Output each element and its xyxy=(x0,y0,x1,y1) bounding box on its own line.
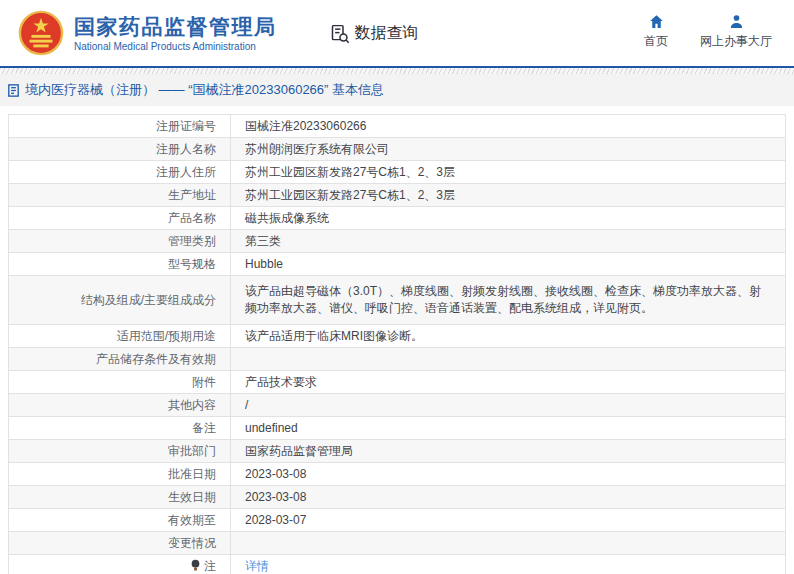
table-row: 结构及组成/主要组成成分 该产品由超导磁体（3.0T）、梯度线圈、射频发射线圈、… xyxy=(9,276,786,325)
table-row: 管理类别 第三类 xyxy=(9,230,786,253)
nav-item-home[interactable]: 首页 xyxy=(644,13,668,50)
user-icon xyxy=(728,13,745,30)
table-row: 适用范围/预期用途 该产品适用于临床MRI图像诊断。 xyxy=(9,325,786,348)
row-label: 结构及组成/主要组成成分 xyxy=(9,276,231,325)
table-row: 生产地址 苏州工业园区新发路27号C栋1、2、3层 xyxy=(9,184,786,207)
row-value xyxy=(231,532,786,555)
row-label: 产品名称 xyxy=(9,207,231,230)
row-value: 产品技术要求 xyxy=(231,371,786,394)
table-row: 注 详情 xyxy=(9,555,786,574)
row-value: 该产品适用于临床MRI图像诊断。 xyxy=(231,325,786,348)
row-label: 产品储存条件及有效期 xyxy=(9,348,231,371)
row-label: 注册证编号 xyxy=(9,115,231,138)
row-label: 生效日期 xyxy=(9,486,231,509)
row-label: 备注 xyxy=(9,417,231,440)
row-value: 2028-03-07 xyxy=(231,509,786,532)
row-label: 型号规格 xyxy=(9,253,231,276)
row-value: 详情 xyxy=(231,555,786,574)
table-row: 产品储存条件及有效期 xyxy=(9,348,786,371)
table-row: 生效日期 2023-03-08 xyxy=(9,486,786,509)
breadcrumb-text: 境内医疗器械（注册） —— “国械注准20233060266” 基本信息 xyxy=(25,81,384,99)
row-value: undefined xyxy=(231,417,786,440)
table-row: 批准日期 2023-03-08 xyxy=(9,463,786,486)
table-row: 有效期至 2028-03-07 xyxy=(9,509,786,532)
table-row: 产品名称 磁共振成像系统 xyxy=(9,207,786,230)
row-label: 有效期至 xyxy=(9,509,231,532)
data-query-icon xyxy=(329,23,350,44)
row-label: 批准日期 xyxy=(9,463,231,486)
row-label: 管理类别 xyxy=(9,230,231,253)
row-value: 2023-03-08 xyxy=(231,486,786,509)
top-nav: 首页 网上办事大厅 xyxy=(644,13,772,50)
row-label: 生产地址 xyxy=(9,184,231,207)
nav-item-home-label: 首页 xyxy=(644,33,668,50)
row-label: 注 xyxy=(9,555,231,574)
row-value: 苏州朗润医疗系统有限公司 xyxy=(231,138,786,161)
table-row: 注册证编号 国械注准20233060266 xyxy=(9,115,786,138)
row-label: 审批部门 xyxy=(9,440,231,463)
nav-item-service-hall[interactable]: 网上办事大厅 xyxy=(700,13,772,50)
table-row: 审批部门 国家药品监督管理局 xyxy=(9,440,786,463)
row-label: 附件 xyxy=(9,371,231,394)
table-row: 变更情况 xyxy=(9,532,786,555)
table-row: 备注 undefined xyxy=(9,417,786,440)
row-value: 苏州工业园区新发路27号C栋1、2、3层 xyxy=(231,184,786,207)
note-label: 注 xyxy=(204,559,216,573)
agency-name-en: National Medical Products Administration xyxy=(74,41,277,52)
national-emblem-icon xyxy=(18,10,64,56)
row-value: 第三类 xyxy=(231,230,786,253)
document-icon xyxy=(6,83,21,98)
note-details-link[interactable]: 详情 xyxy=(245,559,269,573)
registration-detail-table: 注册证编号 国械注准20233060266 注册人名称 苏州朗润医疗系统有限公司… xyxy=(8,114,786,574)
row-value: Hubble xyxy=(231,253,786,276)
row-label: 其他内容 xyxy=(9,394,231,417)
nav-item-service-hall-label: 网上办事大厅 xyxy=(700,33,772,50)
row-value xyxy=(231,348,786,371)
data-query-label: 数据查询 xyxy=(355,23,419,44)
breadcrumb: 境内医疗器械（注册） —— “国械注准20233060266” 基本信息 xyxy=(0,74,794,106)
row-value: 2023-03-08 xyxy=(231,463,786,486)
table-row: 附件 产品技术要求 xyxy=(9,371,786,394)
table-row: 型号规格 Hubble xyxy=(9,253,786,276)
note-bulb-icon xyxy=(190,559,201,572)
row-label: 适用范围/预期用途 xyxy=(9,325,231,348)
row-label: 变更情况 xyxy=(9,532,231,555)
row-value: 国械注准20233060266 xyxy=(231,115,786,138)
agency-name-cn: 国家药品监督管理局 xyxy=(74,15,277,39)
row-label: 注册人名称 xyxy=(9,138,231,161)
main-content: 注册证编号 国械注准20233060266 注册人名称 苏州朗润医疗系统有限公司… xyxy=(0,106,794,574)
row-value: 该产品由超导磁体（3.0T）、梯度线圈、射频发射线圈、接收线圈、检查床、梯度功率… xyxy=(231,276,786,325)
table-row: 其他内容 / xyxy=(9,394,786,417)
data-query-tab[interactable]: 数据查询 xyxy=(329,23,419,44)
table-row: 注册人名称 苏州朗润医疗系统有限公司 xyxy=(9,138,786,161)
table-row: 注册人住所 苏州工业园区新发路27号C栋1、2、3层 xyxy=(9,161,786,184)
row-value: 苏州工业园区新发路27号C栋1、2、3层 xyxy=(231,161,786,184)
row-value: 国家药品监督管理局 xyxy=(231,440,786,463)
agency-logo-link[interactable]: 国家药品监督管理局 National Medical Products Admi… xyxy=(18,10,277,56)
row-label: 注册人住所 xyxy=(9,161,231,184)
home-icon xyxy=(648,13,665,30)
row-value: / xyxy=(231,394,786,417)
row-value: 磁共振成像系统 xyxy=(231,207,786,230)
page-header: 国家药品监督管理局 National Medical Products Admi… xyxy=(0,0,794,66)
